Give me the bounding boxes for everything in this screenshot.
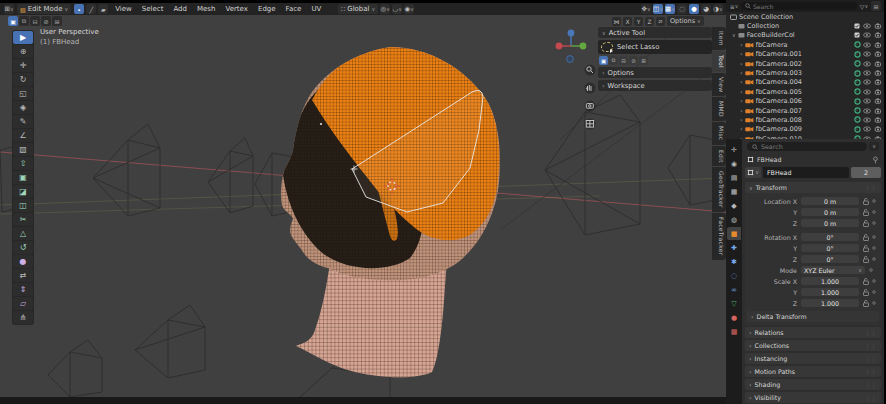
outliner-row-camera[interactable]: fbCamera [726,40,884,49]
section-header[interactable]: Relations ⋮⋮ [745,327,881,338]
workspace-panel-header[interactable]: Workspace [598,80,712,91]
object-type-dropdown[interactable]: ∨ [745,167,761,178]
outliner-row-camera[interactable]: fbCamera.002 [726,59,884,68]
section-header[interactable]: Collections ⋮⋮ [745,340,881,351]
animate-dot-icon[interactable] [872,279,876,283]
snap-target-icon[interactable]: ⧄ [656,17,665,26]
outliner-row-collection[interactable]: Collection [726,21,884,30]
tool-button[interactable]: ◈ [13,101,33,114]
properties-tab[interactable]: ✛ [727,143,741,156]
chevron-right-icon[interactable] [740,125,743,133]
menu-item[interactable]: View [111,5,136,13]
mirror-axis-button[interactable]: X [623,17,632,26]
lock-icon[interactable] [863,256,869,263]
section-header[interactable]: Instancing ⋮⋮ [745,353,881,364]
animate-dot-icon[interactable] [872,235,876,239]
tool-button[interactable]: ● [13,255,33,268]
render-camera-icon[interactable] [874,117,882,123]
chevron-right-icon[interactable] [740,41,743,49]
face-select-button[interactable]: ▰ [98,4,108,14]
tool-button[interactable]: ⇕ [13,283,33,296]
eye-icon[interactable] [863,117,871,123]
number-field[interactable]: 0 m [801,219,859,228]
zoom-button[interactable] [585,65,596,76]
snap-magnet-toggle[interactable]: ◡∨ [392,4,402,14]
menu-item[interactable]: Add [169,5,191,13]
animate-dot-icon[interactable] [872,246,876,250]
number-field[interactable]: 0 m [801,197,859,206]
tool-button[interactable]: ⇄ [13,269,33,282]
menu-item[interactable]: Vertex [221,5,252,13]
lock-icon[interactable] [863,198,869,205]
tool-button[interactable]: ▱ [13,297,33,310]
section-header[interactable]: Visibility ⋮⋮ [745,392,881,403]
chevron-down-icon[interactable] [732,31,736,39]
tool-button[interactable]: ✎ [13,115,33,128]
editor-type-button[interactable]: ⊞∨ [4,4,14,14]
n-panel-tab[interactable]: View [712,73,726,96]
eye-icon[interactable] [863,61,871,67]
menu-item[interactable]: UV [307,5,325,13]
render-camera-icon[interactable] [874,23,882,29]
orientation-dropdown[interactable]: ⛶ Global ∨ [338,4,378,14]
chevron-right-icon[interactable] [740,50,743,58]
render-camera-icon[interactable] [874,108,882,114]
tool-button[interactable]: ⇧ [13,157,33,170]
eye-icon[interactable] [863,70,871,76]
options-dropdown[interactable]: Options ∨ [667,16,704,26]
checkbox-icon[interactable] [854,32,860,38]
gizmo-y-axis[interactable] [580,43,587,50]
render-camera-icon[interactable] [874,126,882,132]
properties-tab[interactable]: ● [727,311,741,324]
tool-button[interactable]: ↺ [13,241,33,254]
select-subtract-button[interactable]: ⊟ [30,16,40,26]
render-camera-icon[interactable] [874,98,882,104]
outliner-row-camera[interactable]: fbCamera.008 [726,115,884,124]
outliner-row-camera[interactable]: fbCamera.005 [726,87,884,96]
properties-tab[interactable]: ■ [727,227,741,240]
number-field[interactable]: 1.000 [801,288,859,297]
render-camera-icon[interactable] [874,89,882,95]
gizmo-z-axis[interactable] [568,30,575,37]
eye-icon[interactable] [863,51,871,57]
animate-dot-icon[interactable] [872,199,876,203]
mode-dropdown[interactable]: ▧ Edit Mode ∨ [17,4,71,14]
lock-icon[interactable] [863,278,869,285]
select-extend-button[interactable]: ⧉ [19,16,29,26]
outliner-row-camera[interactable]: fbCamera.006 [726,97,884,106]
mode-intersect-button[interactable]: ⊞ [639,56,648,65]
tool-button[interactable]: ⊕ [13,45,33,58]
menu-item[interactable]: Mesh [193,5,219,13]
outliner-row-camera[interactable]: fbCamera.009 [726,125,884,134]
animate-dot-icon[interactable] [872,221,876,225]
eye-icon[interactable] [863,108,871,114]
tool-button[interactable]: ⋔ [13,311,33,324]
delta-transform-header[interactable]: Delta Transform [747,311,879,322]
number-field[interactable]: 1.000 [801,299,859,308]
n-panel-tab[interactable]: FaceTracker [712,213,726,260]
chevron-right-icon[interactable] [740,69,743,77]
camera-view-button[interactable] [585,101,596,112]
properties-tab[interactable]: ✚ [727,241,741,254]
edge-select-button[interactable]: ╱ [86,4,96,14]
gizmo-x-axis[interactable] [556,43,563,50]
properties-tab[interactable]: ∞ [727,283,741,296]
tool-button[interactable]: ✂ [13,213,33,226]
n-panel-tab[interactable]: MMD [712,97,726,121]
n-panel-tab[interactable]: Tool [712,51,726,72]
shading-rendered-dropdown[interactable]: ◑∨ [713,4,723,14]
chevron-right-icon[interactable] [740,97,743,105]
pivot-point-dropdown[interactable]: ◎∨ [380,4,390,14]
outliner-row-camera[interactable]: fbCamera.003 [726,68,884,77]
mode-subtract-button[interactable]: ⊟ [619,56,628,65]
tool-button[interactable]: ▶ [13,31,33,44]
animate-dot-icon[interactable] [872,257,876,261]
outliner-row-scene-collection[interactable]: Scene Collection [726,12,884,21]
proportional-edit-dropdown[interactable]: ◉∨ [404,4,414,14]
chevron-right-icon[interactable] [740,116,743,124]
number-field[interactable]: 0° [801,233,859,242]
menu-item[interactable]: Edge [254,5,280,13]
eye-icon[interactable] [863,79,871,85]
tool-button[interactable]: ∠ [13,129,33,142]
rotation-mode-select[interactable]: XYZ Euler ∨ [801,266,865,275]
